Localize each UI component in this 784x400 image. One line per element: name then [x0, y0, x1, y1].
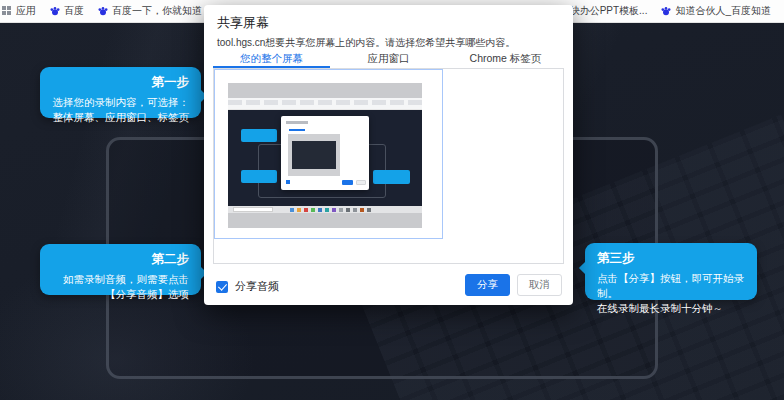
step1-line1: 选择您的录制内容，可选择： — [52, 95, 189, 110]
mini-dialog-active-tab — [289, 129, 305, 131]
screen-preview-thumbnail — [228, 83, 422, 228]
mini-audio-checkbox — [286, 180, 290, 184]
mini-dialog-thumbnail — [288, 134, 340, 176]
dialog-buttons: 分享 取消 — [465, 274, 562, 296]
step3-callout: 第三步 点击【分享】按钮，即可开始录制。 在线录制最长录制十分钟～ — [585, 243, 757, 300]
share-screen-dialog: 共享屏幕 tool.hgs.cn想要共享您屏幕上的内容。请选择您希望共享哪些内容… — [204, 5, 573, 305]
step3-line2: 在线录制最长录制十分钟～ — [597, 301, 745, 316]
mini-taskbar-search — [233, 207, 273, 212]
screen-1-option-selected[interactable] — [214, 69, 443, 239]
share-audio-label: 分享音频 — [235, 279, 279, 294]
step3-line1: 点击【分享】按钮，即可开始录制。 — [597, 271, 745, 301]
mini-cancel-button — [356, 180, 366, 185]
dialog-title: 共享屏幕 — [217, 14, 269, 32]
recording-tutorial-page: 应用 百度 百度一下，你就知道 PDF转换器 一块办公PPT模板... 知道合伙… — [0, 0, 784, 400]
bookmark-baidu-zhidao[interactable]: 知道合伙人_百度知道 — [654, 0, 778, 22]
mini-step3-callout — [373, 170, 410, 184]
apps-grid-icon — [2, 6, 12, 16]
bookmark-label: 百度 — [64, 4, 84, 18]
mini-dark-page — [228, 110, 422, 206]
bookmark-apps[interactable]: 应用 — [0, 0, 43, 22]
step3-title: 第三步 — [597, 250, 745, 267]
tab-app-window[interactable]: 应用窗口 — [330, 50, 447, 68]
mini-step2-callout — [241, 170, 277, 183]
cancel-button[interactable]: 取消 — [517, 274, 562, 296]
mini-dialog-title-bar — [286, 121, 308, 124]
step1-line2: 整体屏幕、应用窗口、标签页 — [52, 110, 189, 125]
step2-title: 第二步 — [52, 251, 189, 268]
dialog-subtitle: tool.hgs.cn想要共享您屏幕上的内容。请选择您希望共享哪些内容。 — [217, 36, 515, 50]
step2-callout: 第二步 如需录制音频，则需要点击 【分享音频】选项 — [40, 244, 201, 295]
tab-chrome-tab[interactable]: Chrome 标签页 — [447, 50, 564, 68]
mini-screen-preview — [228, 98, 422, 213]
bookmark-label: 应用 — [16, 4, 36, 18]
tab-entire-screen[interactable]: 您的整个屏幕 — [213, 50, 330, 68]
baidu-paw-icon — [661, 6, 671, 16]
baidu-paw-icon — [98, 6, 108, 16]
step1-callout: 第一步 选择您的录制内容，可选择： 整体屏幕、应用窗口、标签页 — [40, 67, 201, 118]
share-audio-row: 分享音频 — [216, 279, 279, 294]
bookmark-label: 知道合伙人_百度知道 — [675, 4, 771, 18]
share-audio-checkbox[interactable] — [216, 281, 228, 293]
step2-line1: 如需录制音频，则需要点击 — [52, 272, 189, 287]
step2-line2: 【分享音频】选项 — [52, 287, 189, 302]
mini-browser-chrome — [228, 98, 422, 110]
step1-title: 第一步 — [52, 74, 189, 91]
mini-step1-callout — [241, 129, 277, 142]
bookmarks-right-group: 一块办公PPT模板... 知道合伙人_百度知道 — [558, 0, 778, 22]
share-source-tabs: 您的整个屏幕 应用窗口 Chrome 标签页 — [213, 50, 564, 68]
baidu-paw-icon — [50, 6, 60, 16]
bookmark-baidu[interactable]: 百度 — [43, 0, 91, 22]
screen-picker-area — [213, 68, 564, 264]
mini-share-button — [342, 180, 353, 185]
bookmark-baidu-home[interactable]: 百度一下，你就知道 — [91, 0, 209, 22]
mini-taskbar-icons — [290, 208, 371, 212]
mini-share-dialog — [281, 116, 369, 190]
share-button[interactable]: 分享 — [465, 274, 510, 296]
mini-taskbar — [228, 206, 422, 213]
bookmark-label: 百度一下，你就知道 — [112, 4, 202, 18]
